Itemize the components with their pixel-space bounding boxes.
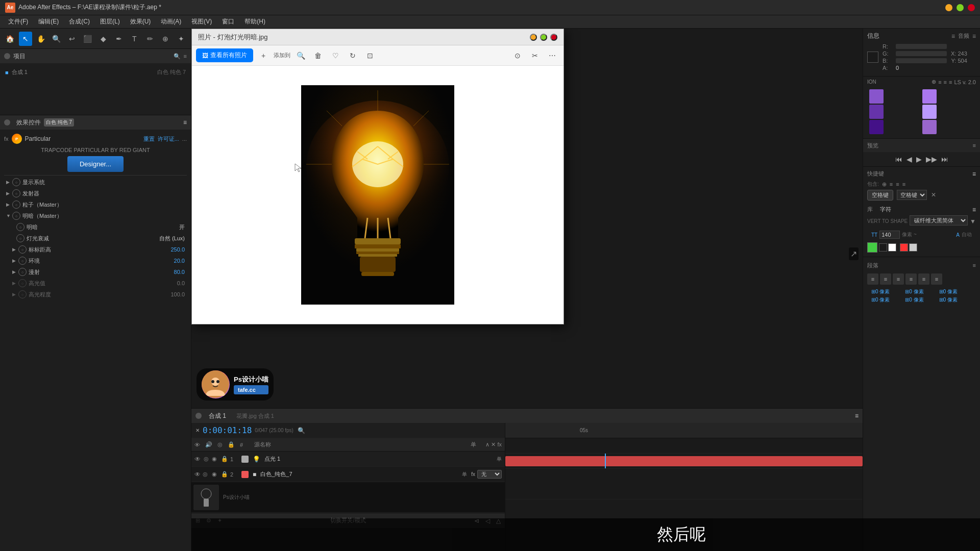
stamp-tool[interactable]: ⊕ (159, 32, 173, 46)
param-val-specpow[interactable]: 100.0 (154, 291, 185, 297)
param-val-dist[interactable]: 250.0 (154, 246, 185, 253)
expand-dist[interactable]: ▶ (12, 247, 18, 252)
param-row-dark[interactable]: ▼ ○ 明暗（Master） (4, 210, 187, 221)
menu-edit[interactable]: 编辑(E) (34, 16, 63, 28)
hand-tool[interactable]: ✋ (34, 32, 48, 46)
add-to-button[interactable]: + (256, 48, 271, 63)
param-row-decay[interactable]: ○ 灯光衰减 自然 (Lux) (4, 233, 187, 244)
color-cell-2[interactable] (922, 89, 937, 104)
prev-fwd[interactable]: ▶▶ (926, 155, 937, 163)
comp1-tab[interactable]: 合成 1 (209, 412, 226, 420)
more-button[interactable]: ⋯ (545, 48, 559, 63)
shape-tool[interactable]: ◆ (96, 32, 110, 46)
prev-play[interactable]: ▶ (916, 155, 922, 163)
expand-spec[interactable]: ▶ (12, 281, 18, 286)
library-menu[interactable]: ≡ (972, 206, 976, 213)
swatch-red[interactable] (900, 243, 908, 252)
brush-tool[interactable]: ✏ (143, 32, 157, 46)
menu-view[interactable]: 视图(V) (187, 16, 216, 28)
photo-window[interactable]: 照片 - 灯泡灯光明暗.jpg 🖼 查看所有照片 + 添加到 🔍 🗑 ♡ ↻ (191, 29, 564, 324)
tl-close[interactable] (195, 413, 202, 419)
param-val-env[interactable]: 20.0 (154, 258, 185, 264)
audio-menu[interactable]: ≡ (972, 33, 976, 40)
designer-button[interactable]: Designer... (67, 156, 124, 172)
project-menu-icon[interactable]: ≡ (184, 53, 187, 59)
param-row-specpow[interactable]: ▶ ○ 高光程度 100.0 (4, 289, 187, 300)
param-row-bright[interactable]: ○ 明暗 开 (4, 221, 187, 233)
expand-specpow[interactable]: ▶ (12, 292, 18, 297)
layer2-mode[interactable]: 单 (462, 471, 467, 478)
align-right[interactable]: ≡ (893, 273, 904, 285)
layer1-solo[interactable]: ◉ (212, 456, 219, 462)
tl-menu[interactable]: ≡ (855, 412, 859, 419)
layer2-solo[interactable]: ◉ (212, 471, 219, 478)
effects-menu-icon[interactable]: ≡ (183, 119, 187, 126)
layer1-eye[interactable]: 👁 (194, 456, 201, 463)
menu-comp[interactable]: 合成(C) (65, 16, 94, 28)
align-center[interactable]: ≡ (880, 273, 891, 285)
maximize-button[interactable] (957, 4, 964, 11)
param-row-particle[interactable]: ▶ ○ 粒子（Master） (4, 199, 187, 210)
color-cell-6[interactable] (922, 120, 937, 134)
param-row-spec[interactable]: ▶ ○ 高光值 0.0 (4, 278, 187, 289)
expand-env[interactable]: ▶ (12, 258, 18, 263)
color-cell-4[interactable] (922, 105, 937, 119)
color-cell-5[interactable] (869, 120, 884, 134)
layer-row-1[interactable]: 👁 ◎ ◉ 🔒 1 💡 点光 1 单 (191, 452, 505, 467)
seq-icon3[interactable]: ≡ (944, 79, 947, 85)
color-cell-3[interactable] (869, 105, 884, 119)
project-item-comp1[interactable]: ■ 合成 1 白色 纯色 7 (3, 66, 188, 78)
menu-file[interactable]: 文件(F) (4, 16, 32, 28)
param-row-emitter[interactable]: ▶ ○ 发射器 (4, 188, 187, 199)
photo-maximize[interactable] (540, 34, 547, 41)
info-menu[interactable]: ≡ (951, 33, 955, 40)
license-btn[interactable]: 许可证... (158, 135, 179, 143)
swatch-black[interactable] (879, 243, 887, 252)
layer2-lock[interactable]: 🔒 (221, 471, 228, 478)
align-justify-center[interactable]: ≡ (918, 273, 929, 285)
align-justify-right[interactable]: ≡ (931, 273, 942, 285)
comp2-tab[interactable]: 花瓣.jpg 合成 1 (236, 412, 274, 420)
layer1-lock[interactable]: 🔒 (221, 456, 228, 462)
menu-help[interactable]: 帮助(H) (240, 16, 270, 28)
minimize-button[interactable] (945, 4, 952, 11)
char-tab[interactable]: 字符 (880, 206, 891, 213)
seq-icon2[interactable]: ≡ (938, 79, 941, 85)
expand-dark[interactable]: ▼ (6, 213, 12, 218)
pen-tool[interactable]: ✒ (112, 32, 126, 46)
prev-last[interactable]: ⏭ (941, 155, 948, 163)
param-row-dist[interactable]: ▶ ○ 标标距高 250.0 (4, 244, 187, 255)
layer2-fx[interactable]: fx (471, 471, 475, 477)
align-left[interactable]: ≡ (867, 273, 878, 285)
expand-particle[interactable]: ▶ (6, 202, 12, 207)
seq-icon4[interactable]: ≡ (949, 79, 952, 85)
menu-window[interactable]: 窗口 (218, 16, 238, 28)
search-icon[interactable]: 🔍 (298, 427, 305, 434)
crop-button[interactable]: ⊡ (363, 48, 377, 63)
prev-back[interactable]: ◀ (906, 155, 912, 163)
shortcut-icon4[interactable]: ≡ (902, 181, 905, 187)
project-close-btn[interactable] (4, 53, 10, 59)
prev-first[interactable]: ⏮ (895, 155, 902, 163)
font-size-input[interactable] (879, 231, 900, 239)
expand-display[interactable]: ▶ (6, 180, 12, 185)
param-val-diffuse[interactable]: 80.0 (154, 269, 185, 275)
align-justify-left[interactable]: ≡ (905, 273, 917, 285)
select-tool[interactable]: ↖ (19, 32, 33, 46)
param-val-spec[interactable]: 0.0 (154, 280, 185, 286)
rotate-tool[interactable]: ↩ (65, 32, 79, 46)
font-menu[interactable]: ▼ (970, 218, 976, 225)
zoom-tool[interactable]: 🔍 (50, 32, 64, 46)
face-detect-button[interactable]: ⊙ (510, 48, 525, 63)
swatch-white[interactable] (888, 243, 896, 252)
shortcut-icon2[interactable]: ≡ (890, 181, 893, 187)
param-row-display[interactable]: ▶ ○ 显示系统 (4, 177, 187, 188)
fill-swatch[interactable] (867, 242, 877, 253)
layer-row-2[interactable]: 👁 ◎ ◉ 🔒 2 ■ 白色_纯色_7 单 fx 无 正常 (191, 467, 505, 482)
param-row-diffuse[interactable]: ▶ ○ 漫射 80.0 (4, 266, 187, 278)
expand-view-icon[interactable]: ↗ (849, 247, 859, 260)
close-button[interactable] (968, 4, 975, 11)
delete-button[interactable]: 🗑 (311, 48, 325, 63)
font-select[interactable]: 碳纤维大黑简体 (910, 215, 968, 226)
fx-toggle[interactable]: fx (4, 136, 9, 142)
